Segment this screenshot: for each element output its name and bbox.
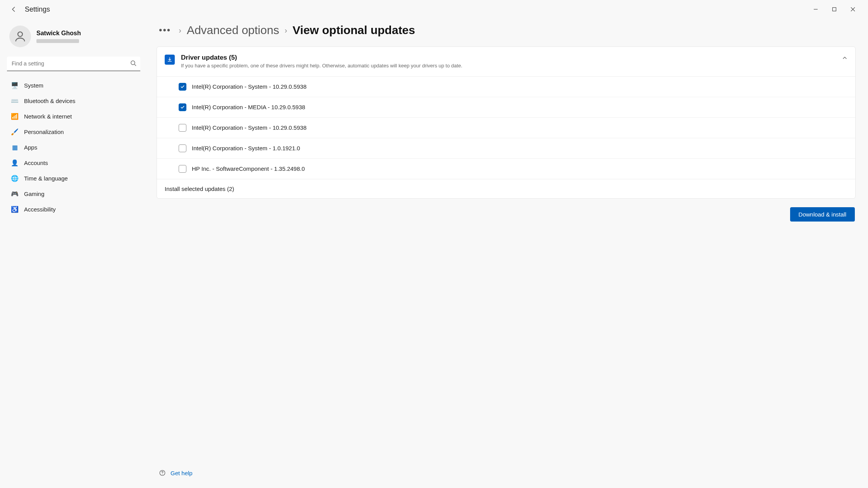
- nav-icon: 📶: [11, 112, 19, 120]
- sidebar-item-label: Accounts: [24, 160, 48, 166]
- sidebar-item-label: Personalization: [24, 129, 64, 135]
- sidebar-item-label: System: [24, 82, 43, 89]
- nav-icon: 🌐: [11, 174, 19, 182]
- settings-window: Settings Sa: [0, 0, 868, 488]
- update-label: Intel(R) Corporation - System - 10.29.0.…: [192, 83, 307, 90]
- main-content: ••• › Advanced options › View optional u…: [147, 19, 868, 488]
- update-row: HP Inc. - SoftwareComponent - 1.35.2498.…: [157, 159, 855, 179]
- close-icon: [851, 7, 855, 12]
- breadcrumb: ••• › Advanced options › View optional u…: [157, 23, 856, 37]
- update-label: HP Inc. - SoftwareComponent - 1.35.2498.…: [192, 165, 305, 172]
- download-install-button[interactable]: Download & install: [790, 207, 855, 222]
- sidebar-item-label: Gaming: [24, 191, 45, 197]
- svg-point-4: [162, 474, 163, 475]
- chevron-right-icon: ›: [284, 26, 287, 35]
- update-checkbox[interactable]: [179, 103, 186, 111]
- minimize-button[interactable]: [807, 3, 825, 15]
- sidebar-item-label: Accessibility: [24, 206, 56, 213]
- panel-title: Driver updates (5): [181, 54, 836, 62]
- user-email-placeholder: [36, 39, 79, 43]
- install-selected-row: Install selected updates (2): [157, 179, 855, 198]
- install-selected-label: Install selected updates (2): [165, 186, 234, 192]
- check-icon: [180, 105, 185, 110]
- user-name: Satwick Ghosh: [36, 30, 81, 37]
- search-icon: [130, 60, 136, 68]
- panel-header[interactable]: Driver updates (5) If you have a specifi…: [157, 47, 855, 76]
- avatar: [9, 26, 31, 47]
- breadcrumb-ellipsis[interactable]: •••: [157, 23, 173, 37]
- breadcrumb-current: View optional updates: [293, 24, 415, 37]
- update-checkbox[interactable]: [179, 83, 186, 91]
- download-icon: [167, 57, 172, 62]
- check-icon: [180, 84, 185, 89]
- panel-header-text: Driver updates (5) If you have a specifi…: [181, 54, 836, 69]
- driver-updates-panel: Driver updates (5) If you have a specifi…: [157, 46, 856, 199]
- sidebar-item[interactable]: ▦Apps: [6, 139, 141, 155]
- update-checkbox[interactable]: [179, 124, 186, 132]
- titlebar: Settings: [0, 0, 868, 19]
- user-info: Satwick Ghosh: [36, 30, 81, 43]
- sidebar-item[interactable]: 🖥️System: [6, 77, 141, 93]
- sidebar-item[interactable]: 🖌️Personalization: [6, 124, 141, 139]
- update-label: Intel(R) Corporation - MEDIA - 10.29.0.5…: [192, 104, 305, 110]
- back-button[interactable]: [6, 2, 22, 17]
- sidebar-item[interactable]: 🌐Time & language: [6, 170, 141, 186]
- update-row: Intel(R) Corporation - MEDIA - 10.29.0.5…: [157, 97, 855, 118]
- nav-icon: ♿: [11, 205, 19, 213]
- help-icon: [158, 469, 167, 477]
- close-button[interactable]: [844, 3, 862, 15]
- person-icon: [14, 30, 27, 43]
- nav-icon: 👤: [11, 159, 19, 167]
- svg-point-1: [18, 32, 22, 36]
- arrow-left-icon: [11, 6, 17, 12]
- driver-updates-icon: [165, 55, 175, 65]
- sidebar-item-label: Apps: [24, 144, 37, 151]
- sidebar-item[interactable]: 🎮Gaming: [6, 186, 141, 201]
- help-row: Get help: [157, 464, 856, 479]
- svg-rect-0: [833, 8, 836, 11]
- nav-icon: ▦: [11, 143, 19, 151]
- app-title: Settings: [25, 5, 50, 14]
- actions: Download & install: [157, 206, 856, 225]
- nav-icon: 🎮: [11, 190, 19, 198]
- breadcrumb-prev[interactable]: Advanced options: [187, 24, 279, 37]
- sidebar-item-label: Time & language: [24, 175, 68, 182]
- sidebar-item[interactable]: 📶Network & internet: [6, 108, 141, 124]
- maximize-icon: [832, 7, 837, 12]
- maximize-button[interactable]: [825, 3, 843, 15]
- minimize-icon: [813, 7, 818, 12]
- sidebar-item[interactable]: ⌨️Bluetooth & devices: [6, 93, 141, 108]
- svg-point-2: [131, 61, 135, 65]
- nav-icon: ⌨️: [11, 97, 19, 105]
- get-help-link[interactable]: Get help: [170, 470, 193, 476]
- update-row: Intel(R) Corporation - System - 1.0.1921…: [157, 138, 855, 159]
- sidebar-item[interactable]: ♿Accessibility: [6, 201, 141, 217]
- sidebar-item[interactable]: 👤Accounts: [6, 155, 141, 170]
- update-list: Intel(R) Corporation - System - 10.29.0.…: [157, 76, 855, 179]
- search-input[interactable]: [7, 57, 140, 71]
- nav-list: 🖥️System⌨️Bluetooth & devices📶Network & …: [6, 77, 141, 217]
- panel-subtitle: If you have a specific problem, one of t…: [181, 62, 530, 69]
- search-container: [7, 57, 140, 71]
- sidebar-item-label: Bluetooth & devices: [24, 98, 76, 104]
- body: Satwick Ghosh 🖥️System⌨️Bluetooth & devi…: [0, 19, 868, 488]
- user-block[interactable]: Satwick Ghosh: [6, 22, 141, 55]
- nav-icon: 🖌️: [11, 128, 19, 136]
- update-row: Intel(R) Corporation - System - 10.29.0.…: [157, 118, 855, 138]
- sidebar: Satwick Ghosh 🖥️System⌨️Bluetooth & devi…: [0, 19, 147, 488]
- update-label: Intel(R) Corporation - System - 10.29.0.…: [192, 124, 307, 131]
- window-controls: [807, 3, 862, 15]
- update-checkbox[interactable]: [179, 165, 186, 173]
- chevron-up-icon: [842, 54, 847, 62]
- nav-icon: 🖥️: [11, 81, 19, 89]
- update-row: Intel(R) Corporation - System - 10.29.0.…: [157, 77, 855, 97]
- update-label: Intel(R) Corporation - System - 1.0.1921…: [192, 145, 300, 151]
- chevron-right-icon: ›: [179, 26, 181, 35]
- sidebar-item-label: Network & internet: [24, 113, 72, 120]
- update-checkbox[interactable]: [179, 144, 186, 152]
